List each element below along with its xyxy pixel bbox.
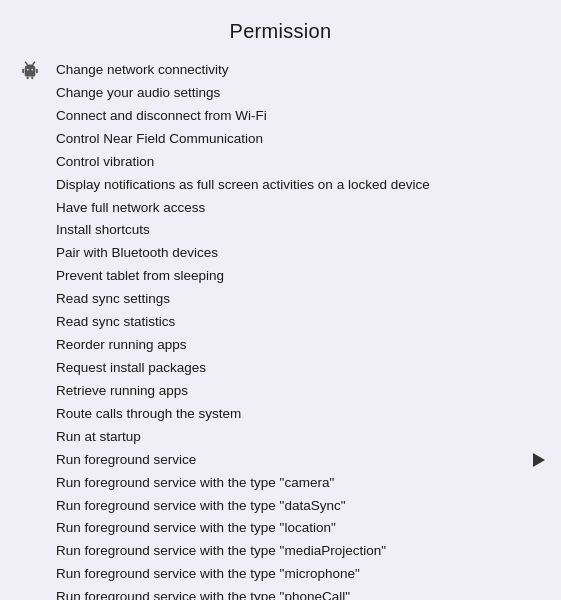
list-item: Retrieve running apps [56,380,545,403]
icon-column [16,59,44,81]
svg-rect-7 [31,76,33,79]
list-item: Install shortcuts [56,219,545,242]
arrow-icon [533,453,545,467]
list-item: Run foreground service with the type "lo… [56,517,545,540]
permission-text: Run foreground service with the type "lo… [56,518,336,539]
permission-section: Change network connectivityChange your a… [16,59,545,600]
permission-text: Run foreground service with the type "me… [56,541,386,562]
list-item: Request install packages [56,357,545,380]
main-permissions-list: Change network connectivityChange your a… [56,59,545,600]
android-icon [19,59,41,81]
permission-text: Run foreground service with the type "ph… [56,587,350,600]
permission-text: Change your audio settings [56,83,220,104]
permission-text: Run foreground service [56,450,196,471]
list-item: Have full network access [56,197,545,220]
permission-text: Change network connectivity [56,60,229,81]
svg-line-2 [25,62,27,64]
permission-text: Run foreground service with the type "mi… [56,564,360,585]
list-item: Run at startup [56,426,545,449]
list-item: Change network connectivity [56,59,545,82]
permission-text: Read sync statistics [56,312,175,333]
permission-text: Reorder running apps [56,335,187,356]
list-item: Display notifications as full screen act… [56,174,545,197]
svg-rect-6 [27,76,29,79]
svg-line-3 [33,62,35,64]
list-item: Reorder running apps [56,334,545,357]
svg-rect-5 [36,69,38,74]
page-container: Permission [0,0,561,600]
permission-text: Install shortcuts [56,220,150,241]
list-item: Route calls through the system [56,403,545,426]
permission-text: Run at startup [56,427,141,448]
svg-point-0 [27,69,29,71]
android-icon-wrapper [16,59,44,81]
list-item: Control vibration [56,151,545,174]
permission-text: Have full network access [56,198,205,219]
permission-text: Control vibration [56,152,154,173]
permission-text: Retrieve running apps [56,381,188,402]
list-item: Pair with Bluetooth devices [56,242,545,265]
permission-text: Request install packages [56,358,206,379]
svg-point-1 [31,69,33,71]
permission-text: Control Near Field Communication [56,129,263,150]
list-item: Run foreground service [56,449,545,472]
permission-text: Run foreground service with the type "da… [56,496,346,517]
list-item: Run foreground service with the type "da… [56,495,545,518]
permission-text: Run foreground service with the type "ca… [56,473,334,494]
list-item: Change your audio settings [56,82,545,105]
list-item: Run foreground service with the type "me… [56,540,545,563]
permission-text: Pair with Bluetooth devices [56,243,218,264]
list-item: Prevent tablet from sleeping [56,265,545,288]
svg-rect-4 [22,69,24,74]
permission-text: Prevent tablet from sleeping [56,266,224,287]
list-item: Connect and disconnect from Wi-Fi [56,105,545,128]
list-item: Run foreground service with the type "ph… [56,586,545,600]
list-item: Read sync statistics [56,311,545,334]
list-item: Run foreground service with the type "mi… [56,563,545,586]
permission-text: Connect and disconnect from Wi-Fi [56,106,267,127]
list-item: Control Near Field Communication [56,128,545,151]
list-item: Read sync settings [56,288,545,311]
permission-text: Display notifications as full screen act… [56,175,430,196]
page-title: Permission [16,20,545,43]
permission-text: Route calls through the system [56,404,241,425]
permission-text: Read sync settings [56,289,170,310]
list-item: Run foreground service with the type "ca… [56,472,545,495]
